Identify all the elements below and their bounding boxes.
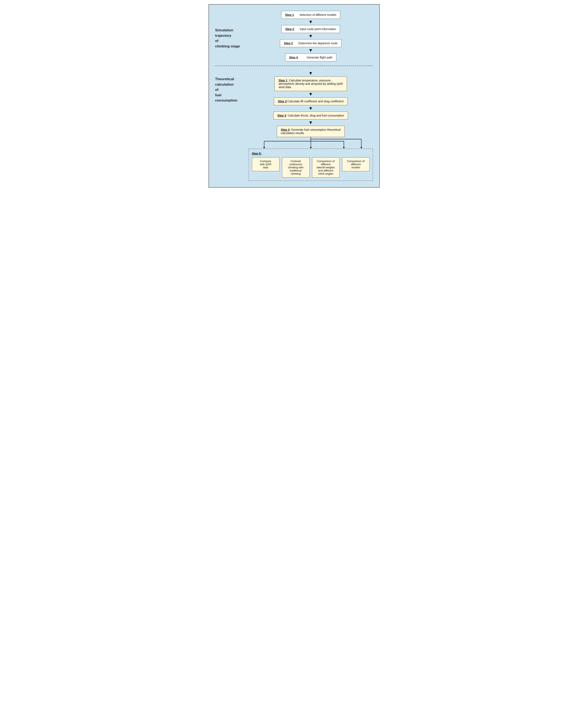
top-step1-text: Selection of different models xyxy=(299,13,336,17)
bot-step1-box: Step 1: Calculate temperature, pressure … xyxy=(274,77,347,91)
svg-marker-4 xyxy=(263,147,265,148)
bot-step3-label: Step 3 xyxy=(277,114,286,117)
section-label-bottom: Theoreticalcalculationoffuel consumption xyxy=(215,77,245,103)
top-step1-colon: : xyxy=(294,13,299,17)
section-label-top: Simulationtrajectoryofclimbing stage xyxy=(215,27,245,49)
arrow-4: ▼ xyxy=(249,70,373,77)
step5-cols: Comparewith QARdata Contrast continuousc… xyxy=(252,157,370,178)
connector-area xyxy=(249,137,373,148)
arrow-6: ▼ xyxy=(249,105,373,112)
step5-box-3: Comparison ofdifferentmodels xyxy=(342,157,370,171)
step5-col-0: Comparewith QARdata xyxy=(252,157,279,178)
top-step4-label: Step 4 xyxy=(289,56,298,59)
arrow-5: ▼ xyxy=(249,91,373,97)
svg-marker-1 xyxy=(310,147,312,148)
top-step3-box: Step 3: Determine the departure route xyxy=(280,39,341,47)
bot-step1-label: Step 1 xyxy=(278,79,287,82)
arrow-7: ▼ xyxy=(249,119,373,126)
arrow-3: ▼ xyxy=(249,47,373,54)
top-step3-text: Determine the departure route xyxy=(298,42,337,45)
step5-outer: Step 5: Comparewith QARdata Contrast con… xyxy=(249,148,373,181)
step5-box-0: Comparewith QARdata xyxy=(252,157,279,171)
bot-step4-box: Step 4: Generate fuel consumption theore… xyxy=(277,126,344,137)
arrow-1: ▼ xyxy=(249,19,373,25)
top-step4-box: Step 4: Generate flight path xyxy=(285,54,336,61)
bottom-flow-column: ▼ Step 1: Calculate temperature, pressur… xyxy=(249,70,373,181)
step5-col-1: Contrast continuousclimbing withtraditio… xyxy=(282,157,310,178)
step5-col-2: Comparison ofdifferenttakeoff weightsand… xyxy=(312,157,340,178)
top-step3-label: Step 3 xyxy=(284,42,293,45)
top-step1-label: Step 1 xyxy=(285,13,294,17)
bot-step3-text: Calculate thrust, drag and fuel consumpt… xyxy=(288,114,344,117)
bot-step3-box: Step 3: Calculate thrust, drag and fuel … xyxy=(273,112,348,119)
bot-step4-label: Step 4 xyxy=(281,128,290,132)
top-step4-text: Generate flight path xyxy=(307,56,332,59)
svg-marker-7 xyxy=(343,147,344,148)
section-top: Simulationtrajectoryofclimbing stage Ste… xyxy=(215,11,373,66)
bot-step2-text: Calculate lift coefficient and drag coef… xyxy=(288,100,343,103)
top-step2-text: Input route point information xyxy=(300,27,336,31)
diagram-wrapper: Simulationtrajectoryofclimbing stage Ste… xyxy=(209,4,380,187)
arrow-2: ▼ xyxy=(249,33,373,39)
top-step1-box: Step 1: Selection of different models xyxy=(281,11,340,19)
section-bottom: Theoreticalcalculationoffuel consumption… xyxy=(215,66,373,181)
top-flow-column: Step 1: Selection of different models ▼ … xyxy=(249,11,373,61)
step5-label: Step 5: xyxy=(252,152,370,155)
connector-svg xyxy=(249,137,373,148)
step5-col-3: Comparison ofdifferentmodels xyxy=(342,157,370,178)
bot-step2-label: Step 2 xyxy=(278,100,287,103)
top-step2-label: Step 2 xyxy=(285,27,294,31)
bot-step2-box: Step 2:Calculate lift coefficient and dr… xyxy=(274,97,348,105)
step5-box-2: Comparison ofdifferenttakeoff weightsand… xyxy=(312,157,340,178)
svg-marker-10 xyxy=(360,147,362,148)
top-step2-box: Step 2: Input route point information xyxy=(281,25,340,33)
step5-box-1: Contrast continuousclimbing withtraditio… xyxy=(282,157,310,178)
